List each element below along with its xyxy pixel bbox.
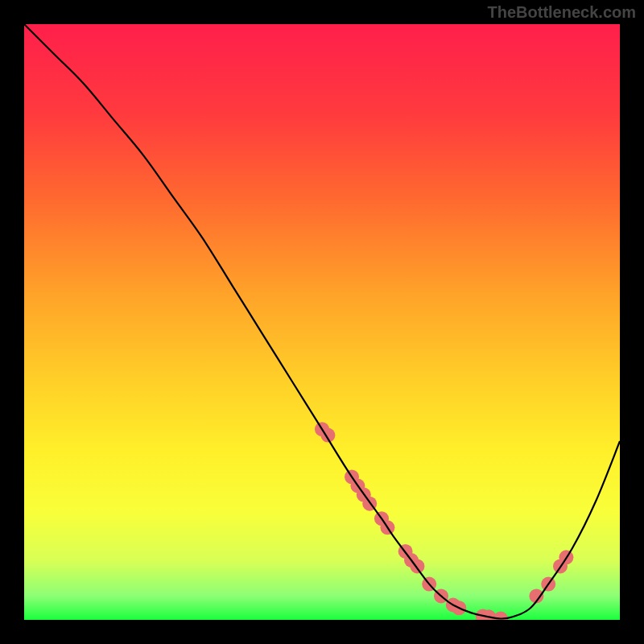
watermark-text: TheBottleneck.com	[488, 3, 636, 22]
chart-plot-area	[24, 24, 620, 620]
chart-background	[24, 24, 620, 620]
chart-svg	[24, 24, 620, 620]
chart-frame: TheBottleneck.com	[0, 0, 644, 644]
